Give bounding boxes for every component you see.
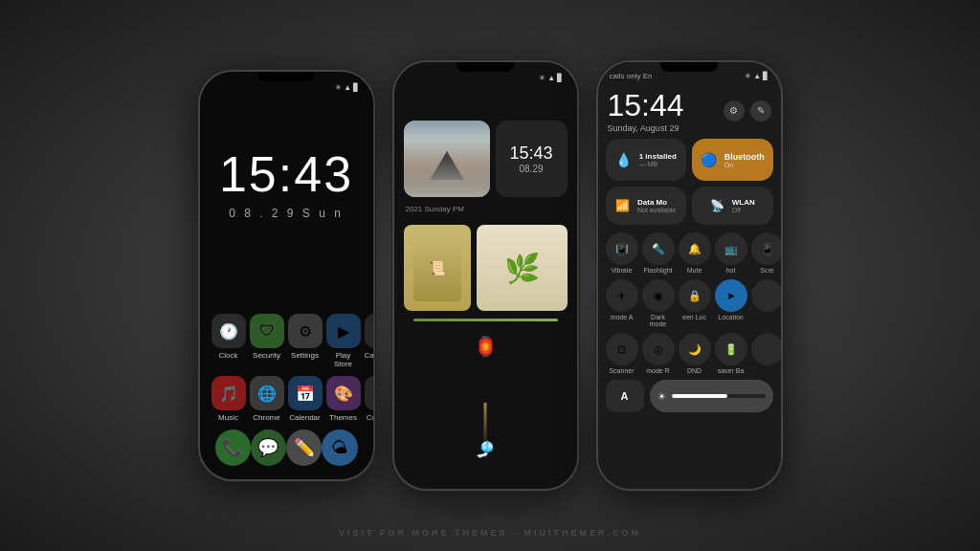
- cc-brightness[interactable]: ☀: [650, 380, 773, 412]
- cc-status-left: calls only En: [610, 72, 653, 80]
- themes-icon: 🎨: [326, 376, 361, 410]
- cc-tile-data[interactable]: 💧 1 installed — MB: [606, 139, 687, 181]
- notch-1: [257, 72, 315, 81]
- cc-time-block: 15:44 Sunday, August 29: [608, 88, 684, 133]
- app-settings[interactable]: ⚙ Settings: [288, 314, 323, 368]
- plant-widget: 🌿: [477, 225, 568, 311]
- dock-row: 📞 💬 ✏️ 🌤: [200, 430, 373, 466]
- music-icon: 🎵: [212, 376, 246, 410]
- btn-darkmode[interactable]: ◉ Dark mode: [642, 279, 675, 327]
- security-icon: 🛡: [250, 314, 284, 348]
- calendar-label: Calendar: [289, 413, 320, 422]
- btn-empty1: [751, 279, 781, 327]
- calculator-icon: 🔢: [365, 314, 373, 348]
- app-calculator[interactable]: 🔢 Calculator: [365, 314, 373, 368]
- contacts-icon: 👤: [365, 376, 373, 410]
- phone-1: ✳ ▲ ▊ 15:43 0 8 . 2 9 S u n 🕐 Clock 🛡 Se…: [198, 70, 375, 481]
- wlan-icon: 📡: [710, 199, 724, 212]
- mobile-info: Data Mo Not available: [637, 198, 676, 213]
- btn-flashlight[interactable]: 🔦 Flashlight: [642, 232, 675, 274]
- cc-tile-wlan[interactable]: 📡 WLAN Off: [692, 187, 773, 225]
- watermark: VISIT FOR MORE THEMES - MIUITHEMER.COM: [339, 528, 641, 538]
- phone-3: calls only En ✳ ▲ ▊ 15:44 Sunday, August…: [596, 60, 783, 491]
- btn-reading[interactable]: ◎ mode R: [642, 333, 675, 374]
- wlan-label: WLAN: [732, 198, 755, 207]
- app-calendar[interactable]: 📅 Calendar: [288, 376, 323, 422]
- phone-2-screen: ✳ ▲ ▊ 15:43 08.29 2021 Sunday PM: [394, 62, 577, 489]
- calendar-header: 2021 Sunday PM: [404, 205, 568, 213]
- bluetooth-info: Bluetooth On: [724, 152, 765, 168]
- cc-edit-btn[interactable]: ✎: [750, 100, 771, 121]
- app-themes[interactable]: 🎨 Themes: [326, 376, 361, 422]
- dock-notes[interactable]: ✏️: [286, 430, 322, 466]
- status-icons-1: ✳ ▲ ▊: [335, 83, 359, 92]
- calendar-icon: 📅: [288, 376, 323, 410]
- cc-round-row3: ⊡ Scanner ◎ mode R 🌙 DND 🔋 saver Ba: [606, 333, 773, 374]
- cc-tile-bluetooth[interactable]: 🔵 Bluetooth On: [692, 139, 773, 181]
- phone-1-screen: ✳ ▲ ▊ 15:43 0 8 . 2 9 S u n 🕐 Clock 🛡 Se…: [200, 72, 373, 479]
- cc-round-row2: ✈ mode A ◉ Dark mode 🔒 een Loc ➤ Locatio…: [606, 279, 773, 327]
- mobile-sub: Not available: [637, 207, 676, 213]
- music-label: Music: [218, 413, 238, 422]
- cc-time-icons: ⚙ ✎: [724, 100, 771, 121]
- wlan-sub: Off: [732, 207, 755, 213]
- cc-bottom-row: A ☀: [606, 380, 773, 412]
- chrome-icon: 🌐: [250, 376, 284, 410]
- settings-icon: ⚙: [288, 314, 323, 348]
- btn-vibrate[interactable]: 📳 Vibrate: [606, 232, 638, 274]
- middle-widgets: 📜 🌿: [404, 225, 568, 311]
- app-row-2: 🎵 Music 🌐 Chrome 📅 Calendar 🎨 Themes: [212, 376, 362, 422]
- data-info: 1 installed — MB: [639, 152, 677, 167]
- scroll-widget: 📜: [404, 225, 471, 311]
- calculator-label: Calculator: [365, 351, 373, 360]
- app-contacts[interactable]: 👤 Contacts: [365, 376, 373, 422]
- cc-date: Sunday, August 29: [608, 123, 684, 133]
- btn-battery[interactable]: 🔋 saver Ba: [715, 333, 747, 374]
- playstore-icon: ▶: [326, 314, 361, 348]
- mobile-label: Data Mo: [637, 198, 676, 207]
- top-widget: 15:43 08.29: [404, 121, 568, 197]
- cc-round-row1: 📳 Vibrate 🔦 Flashlight 🔔 Mute 📺 hot: [606, 232, 773, 274]
- cc-tiles-row1: 💧 1 installed — MB 🔵 Bluetooth On: [606, 139, 773, 181]
- btn-location[interactable]: ➤ Location: [715, 279, 747, 327]
- app-clock[interactable]: 🕐 Clock: [212, 314, 246, 368]
- status-icons-2: ✳ ▲ ▊: [539, 74, 563, 82]
- app-playstore[interactable]: ▶ Play Store: [326, 314, 361, 368]
- phone-3-screen: calls only En ✳ ▲ ▊ 15:44 Sunday, August…: [598, 62, 781, 489]
- btn-dnd[interactable]: 🌙 DND: [679, 333, 711, 374]
- settings-label: Settings: [291, 351, 319, 360]
- dock-phone[interactable]: 📞: [215, 430, 251, 466]
- btn-cast[interactable]: 📺 hot: [715, 232, 747, 274]
- lock-date: 0 8 . 2 9 S u n: [229, 207, 344, 220]
- mobile-data-icon: 📶: [615, 199, 630, 212]
- phones-container: ✳ ▲ ▊ 15:43 0 8 . 2 9 S u n 🕐 Clock 🛡 Se…: [198, 60, 783, 491]
- btn-mute[interactable]: 🔔 Mute: [679, 232, 711, 274]
- app-security[interactable]: 🛡 Security: [250, 314, 284, 368]
- cc-tiles-row2: 📶 Data Mo Not available 📡 WLAN Off: [606, 187, 773, 225]
- lock-apps: 🕐 Clock 🛡 Security ⚙ Settings ▶ Play Sto…: [200, 314, 373, 422]
- brightness-track: [672, 394, 766, 398]
- cc-status-icons: ✳ ▲ ▊: [745, 72, 768, 80]
- shelf-line: [413, 319, 558, 321]
- btn-screenshot[interactable]: 📱 Scre: [751, 232, 781, 274]
- cc-accessibility-btn[interactable]: A: [606, 380, 644, 412]
- cc-settings-btn[interactable]: ⚙: [724, 100, 745, 121]
- wlan-info: WLAN Off: [732, 198, 755, 213]
- clock-icon: 🕐: [212, 314, 246, 348]
- cc-tile-mobile[interactable]: 📶 Data Mo Not available: [606, 187, 687, 225]
- app-chrome[interactable]: 🌐 Chrome: [250, 376, 284, 422]
- contacts-label: Contacts: [367, 413, 373, 422]
- control-center: calls only En ✳ ▲ ▊ 15:44 Sunday, August…: [598, 62, 781, 418]
- app-music[interactable]: 🎵 Music: [212, 376, 246, 422]
- security-label: Security: [253, 351, 280, 360]
- dock-messages[interactable]: 💬: [251, 430, 286, 466]
- dock-weather[interactable]: 🌤: [322, 430, 357, 466]
- btn-airplane[interactable]: ✈ mode A: [606, 279, 638, 327]
- time-widget: 15:43 08.29: [496, 121, 568, 197]
- bluetooth-sub: On: [724, 162, 765, 168]
- data-label: 1 installed: [639, 152, 677, 161]
- btn-empty2: [751, 333, 781, 374]
- btn-scanner[interactable]: ⊡ Scanner: [606, 333, 638, 374]
- btn-lock[interactable]: 🔒 een Loc: [679, 279, 711, 327]
- lock-time: 15:43: [219, 149, 353, 199]
